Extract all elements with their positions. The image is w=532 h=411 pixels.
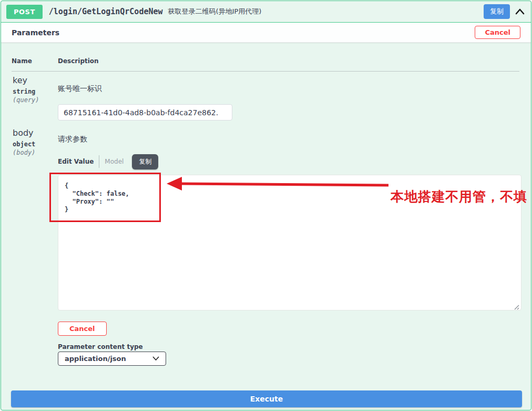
content-type-value: application/json (65, 355, 126, 363)
body-param-location: (body) (13, 149, 58, 156)
endpoint-panel: POST /login/GetLoginQrCodeNew 获取登录二维码(异地… (1, 1, 531, 410)
body-editor-tabs: Edit Value Model 复制 (58, 154, 158, 169)
key-param-meta: key string (query) (13, 75, 58, 104)
endpoint-header: POST /login/GetLoginQrCodeNew 获取登录二维码(异地… (1, 1, 531, 23)
collapse-chevron-icon[interactable] (515, 8, 525, 15)
endpoint-description: 获取登录二维码(异地IP用代理) (168, 7, 262, 16)
body-param-description: 请求参数 (58, 135, 87, 144)
tab-model[interactable]: Model (105, 158, 124, 165)
chevron-down-icon (152, 356, 159, 361)
tab-edit-value[interactable]: Edit Value (58, 158, 94, 165)
cancel-body-button[interactable]: Cancel (58, 322, 107, 336)
copy-endpoint-button[interactable]: 复制 (484, 4, 510, 19)
content-type-select[interactable]: application/json (58, 352, 166, 366)
execute-button[interactable]: Execute (11, 390, 522, 407)
body-param-meta: body object (body) (13, 128, 58, 156)
key-param-location: (query) (13, 96, 58, 104)
key-value-input[interactable] (58, 104, 232, 121)
parameters-title: Parameters (12, 28, 59, 37)
cancel-tryout-button[interactable]: Cancel (475, 26, 520, 39)
content-type-label: Parameter content type (58, 343, 143, 350)
body-param-type: object (13, 141, 58, 148)
copy-body-button[interactable]: 复制 (132, 154, 158, 169)
annotation-note: 本地搭建不用管，不填 (391, 188, 527, 205)
key-param-description: 账号唯一标识 (58, 84, 102, 94)
key-param-type: string (13, 88, 58, 95)
parameters-table-head: Name Description (12, 57, 519, 72)
endpoint-path[interactable]: /login/GetLoginQrCodeNew (49, 7, 163, 16)
tab-separator (99, 155, 99, 168)
method-badge: POST (6, 5, 43, 19)
parameters-header: Parameters Cancel (1, 23, 531, 43)
name-column-header: Name (12, 57, 58, 65)
body-param-name: body (13, 128, 58, 138)
description-column-header: Description (58, 57, 519, 65)
key-param-name: key (13, 75, 58, 85)
